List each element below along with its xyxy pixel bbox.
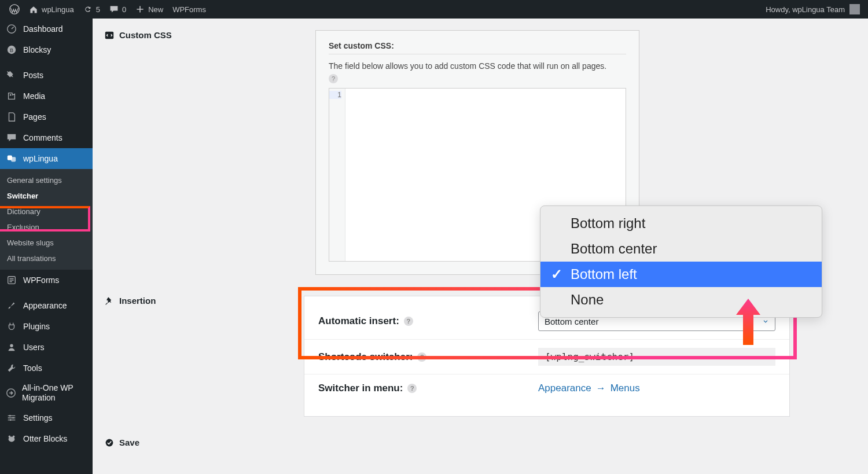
sidebar-item-otter[interactable]: Otter Blocks <box>0 428 93 449</box>
wpforms-link[interactable]: WPForms <box>168 0 211 19</box>
svg-text:B: B <box>10 47 13 53</box>
dropdown-option-bottom-right[interactable]: Bottom right <box>540 211 822 236</box>
submenu-all-translations[interactable]: All translations <box>0 251 93 266</box>
sidebar-item-posts[interactable]: Posts <box>0 65 93 86</box>
help-icon[interactable]: ? <box>404 317 413 326</box>
auto-insert-value: Bottom center <box>545 317 598 326</box>
sidebar-item-comments[interactable]: Comments <box>0 127 93 148</box>
wp-logo[interactable] <box>5 0 24 19</box>
comments[interactable]: 0 <box>105 0 131 19</box>
dropdown-option-bottom-center[interactable]: Bottom center <box>540 236 822 262</box>
sidebar-item-label: Plugins <box>23 322 50 331</box>
appearance-menus-link[interactable]: Appearance → Menus <box>538 383 775 394</box>
sidebar-item-blocksy[interactable]: BBlocksy <box>0 39 93 60</box>
help-icon[interactable]: ? <box>329 74 338 83</box>
wpforms-label: WPForms <box>172 5 206 14</box>
svg-point-8 <box>10 344 13 347</box>
updates-count: 5 <box>96 5 100 14</box>
sidebar-item-label: Media <box>23 91 45 101</box>
new-label: New <box>148 5 163 14</box>
sidebar-item-pages[interactable]: Pages <box>0 106 93 127</box>
wplingua-submenu: General settings Switcher Dictionary Exc… <box>0 169 93 270</box>
sidebar-item-label: Otter Blocks <box>23 434 67 443</box>
admin-bar: wpLingua 5 0 New WPForms Howdy, wpLingua… <box>0 0 868 19</box>
sidebar-item-plugins[interactable]: Plugins <box>0 316 93 337</box>
sidebar-item-migration[interactable]: All-in-One WP Migration <box>0 379 93 407</box>
svg-point-12 <box>10 419 12 421</box>
sidebar-item-users[interactable]: Users <box>0 337 93 358</box>
svg-point-4 <box>10 94 12 96</box>
plus-icon <box>135 5 145 14</box>
sidebar-item-label: Tools <box>23 363 42 373</box>
sidebar-item-tools[interactable]: Tools <box>0 358 93 379</box>
submenu-website-slugs[interactable]: Website slugs <box>0 235 93 251</box>
custom-css-title: Set custom CSS: <box>329 41 626 54</box>
wrench-icon <box>6 362 17 374</box>
admin-sidebar: Dashboard BBlocksy Posts Media Pages Com… <box>0 19 93 474</box>
dropdown-option-none[interactable]: None <box>540 287 822 313</box>
submenu-exclusion[interactable]: Exclusion <box>0 219 93 235</box>
comments-count: 0 <box>122 5 126 14</box>
form-icon <box>6 274 17 286</box>
site-name[interactable]: wpLingua <box>24 0 79 19</box>
switcher-menu-label: Switcher in menu: <box>318 383 403 394</box>
updates[interactable]: 5 <box>79 0 105 19</box>
comment-icon <box>6 132 17 144</box>
wordpress-icon <box>9 4 20 14</box>
help-icon[interactable]: ? <box>417 352 426 362</box>
shortcode-label: Shortcode switcher: <box>318 351 413 363</box>
submenu-dictionary[interactable]: Dictionary <box>0 204 93 219</box>
site-name-label: wpLingua <box>42 5 74 14</box>
help-icon[interactable]: ? <box>407 384 417 393</box>
insertion-heading: Insertion <box>119 296 156 306</box>
sidebar-item-label: Comments <box>23 133 62 142</box>
sidebar-item-dashboard[interactable]: Dashboard <box>0 19 93 39</box>
sidebar-item-label: Pages <box>23 112 46 122</box>
svg-point-17 <box>106 439 113 447</box>
custom-css-desc: The field below allows you to add custom… <box>329 60 626 84</box>
sidebar-item-media[interactable]: Media <box>0 86 93 106</box>
account-menu[interactable]: Howdy, wpLingua Team <box>766 4 863 14</box>
sidebar-item-label: Blocksy <box>23 45 51 54</box>
blocksy-icon: B <box>6 44 17 56</box>
sidebar-item-appearance[interactable]: Appearance <box>0 295 93 316</box>
arrow-right-icon: → <box>596 383 606 394</box>
auto-insert-dropdown: Bottom right Bottom center Bottom left N… <box>540 205 822 318</box>
media-icon <box>6 90 17 102</box>
svg-point-11 <box>12 417 14 418</box>
chevron-down-icon <box>762 318 769 325</box>
sliders-icon <box>6 412 17 424</box>
sidebar-item-label: Posts <box>23 71 43 80</box>
svg-point-15 <box>13 435 15 438</box>
translate-icon <box>6 153 17 164</box>
sidebar-item-label: WPForms <box>23 275 59 285</box>
refresh-icon <box>83 5 93 14</box>
sidebar-item-wplingua[interactable]: wpLingua <box>0 148 93 169</box>
new-content[interactable]: New <box>131 0 168 19</box>
submenu-switcher[interactable]: Switcher <box>0 188 93 204</box>
page-icon <box>6 111 17 123</box>
pin-icon <box>104 296 115 306</box>
code-icon <box>104 30 115 41</box>
submenu-general-settings[interactable]: General settings <box>0 172 93 188</box>
css-gutter: 1 <box>329 89 345 261</box>
sidebar-item-label: All-in-One WP Migration <box>22 383 87 403</box>
user-icon <box>6 341 17 353</box>
sidebar-item-label: Dashboard <box>23 24 63 34</box>
home-icon <box>29 5 38 14</box>
howdy-label: Howdy, wpLingua Team <box>766 5 845 14</box>
svg-point-10 <box>9 415 11 417</box>
sidebar-item-label: Settings <box>23 413 53 422</box>
sidebar-item-wpforms[interactable]: WPForms <box>0 270 93 291</box>
shortcode-value[interactable]: [wplng_switcher] <box>538 348 775 366</box>
svg-point-14 <box>9 435 11 438</box>
dropdown-option-bottom-left[interactable]: Bottom left <box>540 262 822 287</box>
comment-icon <box>109 5 119 14</box>
save-heading: Save <box>119 438 139 447</box>
sidebar-item-settings[interactable]: Settings <box>0 407 93 428</box>
svg-rect-6 <box>11 157 16 161</box>
dashboard-icon <box>6 23 17 35</box>
brush-icon <box>6 300 17 311</box>
custom-css-heading: Custom CSS <box>119 30 172 40</box>
pin-icon <box>6 69 17 81</box>
